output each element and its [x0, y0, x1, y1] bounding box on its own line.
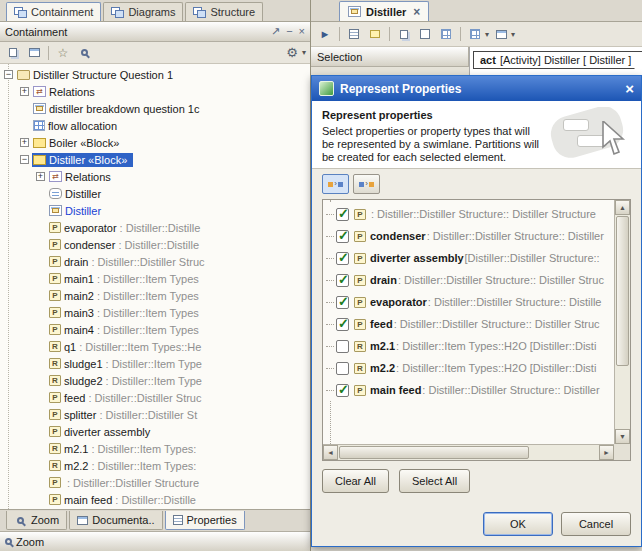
scroll-left-icon[interactable]: ◄	[323, 445, 338, 460]
select-all-button[interactable]: Select All	[399, 469, 470, 493]
tree-expander-icon[interactable]: +	[20, 87, 29, 96]
scroll-down-icon[interactable]: ▼	[615, 429, 630, 444]
tree-item[interactable]: P main1 : Distiller::Item Types	[0, 270, 310, 287]
tree-item[interactable]: P condenser : Distiller::Distille	[0, 236, 310, 253]
dropdown-caret-icon[interactable]: ▾	[511, 30, 515, 39]
property-detail: : Distiller::Item Types::H2O [Distiller:…	[396, 340, 596, 352]
property-row[interactable]: P condenser : Distiller::Distiller Struc…	[323, 225, 614, 247]
dialog-close-icon[interactable]: ×	[625, 80, 634, 97]
property-row[interactable]: R m2.2 : Distiller::Item Types::H2O [Dis…	[323, 357, 614, 379]
tree-item[interactable]: R m2.1 : Distiller::Item Types:	[0, 440, 310, 457]
tab-zoom[interactable]: Zoom	[6, 511, 67, 530]
horizontal-scroll-thumb[interactable]	[339, 446, 529, 459]
tree-node-icon	[49, 188, 62, 199]
tree-item[interactable]: P drain : Distiller::Distiller Struc	[0, 253, 310, 270]
close-tab-icon[interactable]: ×	[413, 5, 420, 19]
dropdown-caret-icon[interactable]: ▾	[485, 30, 489, 39]
tab-diagrams[interactable]: Diagrams	[103, 2, 183, 21]
tree-item[interactable]: P main4 : Distiller::Item Types	[0, 321, 310, 338]
tree-line	[326, 390, 334, 391]
tab-properties[interactable]: Properties	[165, 511, 245, 530]
tab-documentation[interactable]: Documenta..	[69, 511, 162, 530]
tree-node-icon: R	[49, 460, 61, 471]
scroll-up-icon[interactable]: ▲	[615, 200, 630, 215]
horizontal-scrollbar[interactable]: ◄ ►	[323, 444, 614, 460]
tree-item[interactable]: distiller breakdown question 1c	[0, 100, 310, 117]
tree-expander-icon[interactable]: +	[20, 138, 29, 147]
new-element-icon[interactable]	[4, 44, 22, 62]
copy-icon[interactable]	[395, 25, 413, 43]
ok-button[interactable]: OK	[483, 512, 553, 536]
show-property-types-toggle[interactable]: ›	[353, 174, 380, 194]
tree-item[interactable]: P main feed : Distiller::Distille	[0, 491, 310, 508]
tree-item[interactable]: flow allocation	[0, 117, 310, 134]
tree-item[interactable]: R m2.2 : Distiller::Item Types:	[0, 457, 310, 474]
scroll-right-icon[interactable]: ►	[599, 445, 614, 460]
float-icon[interactable]: ↗	[271, 26, 280, 37]
property-checkbox[interactable]	[336, 274, 349, 287]
forward-arrow-icon[interactable]: ►	[316, 25, 334, 43]
containment-tree-icon[interactable]	[345, 25, 363, 43]
paste-icon[interactable]	[416, 25, 434, 43]
search-icon[interactable]	[75, 44, 93, 62]
open-diagram-icon[interactable]	[25, 44, 43, 62]
property-row[interactable]: P drain : Distiller::Distiller Structure…	[323, 269, 614, 291]
tree-item[interactable]: − Distiller Structure Question 1	[0, 66, 310, 83]
tree-expander-icon[interactable]: −	[20, 155, 29, 164]
property-type-icon: R	[354, 341, 366, 352]
property-checkbox[interactable]	[336, 252, 349, 265]
add-note-icon[interactable]	[366, 25, 384, 43]
favorites-icon[interactable]: ☆	[54, 44, 72, 62]
tree-item[interactable]: P main3 : Distiller::Item Types	[0, 304, 310, 321]
image-icon[interactable]	[437, 25, 455, 43]
vertical-scroll-thumb[interactable]	[616, 216, 629, 366]
tree-expander-icon[interactable]: +	[36, 172, 45, 181]
property-checkbox[interactable]	[336, 296, 349, 309]
property-checkbox[interactable]	[336, 208, 349, 221]
property-row[interactable]: P feed : Distiller::Distiller Structure:…	[323, 313, 614, 335]
tree-item[interactable]: P evaporator : Distiller::Distille	[0, 219, 310, 236]
tree-item[interactable]: + Boiler «Block»	[0, 134, 310, 151]
minimize-icon[interactable]: −	[286, 26, 292, 37]
tree-item[interactable]: Distiller	[0, 202, 310, 219]
tree-item[interactable]: − Distiller «Block»	[0, 151, 310, 168]
property-detail: : Distiller::Distiller Structure:: Disti…	[428, 296, 602, 308]
close-icon[interactable]: ×	[299, 26, 305, 37]
tree-item[interactable]: P diverter assembly	[0, 423, 310, 440]
swimlane-icon[interactable]	[466, 25, 484, 43]
tree-item[interactable]: R sludge1 : Distiller::Item Type	[0, 355, 310, 372]
tab-distiller[interactable]: Distiller ×	[339, 1, 429, 21]
property-checkbox[interactable]	[336, 230, 349, 243]
tree-item[interactable]: R q1 : Distiller::Item Types::He	[0, 338, 310, 355]
property-row[interactable]: P main feed : Distiller::Distiller Struc…	[323, 379, 614, 401]
cancel-button[interactable]: Cancel	[561, 512, 631, 536]
settings-gear-icon[interactable]: ⚙	[283, 44, 301, 62]
layout-icon[interactable]	[492, 25, 510, 43]
property-row[interactable]: P : Distiller::Distiller Structure:: Dis…	[323, 203, 614, 225]
property-checkbox[interactable]	[336, 340, 349, 353]
property-checkbox[interactable]	[336, 362, 349, 375]
property-row[interactable]: R m2.1 : Distiller::Item Types::H2O [Dis…	[323, 335, 614, 357]
tab-containment[interactable]: Containment	[6, 2, 101, 21]
dialog-titlebar[interactable]: Represent Properties ×	[312, 76, 641, 101]
tab-structure[interactable]: Structure	[185, 2, 263, 21]
tree-item[interactable]: + Relations	[0, 168, 310, 185]
property-checkbox[interactable]	[336, 318, 349, 331]
property-row[interactable]: P evaporator : Distiller::Distiller Stru…	[323, 291, 614, 313]
tree-item[interactable]: P splitter : Distiller::Distiller St	[0, 406, 310, 423]
property-checkbox[interactable]	[336, 384, 349, 397]
tree-item[interactable]: Distiller	[0, 185, 310, 202]
clear-all-button[interactable]: Clear All	[322, 469, 389, 493]
tree-item[interactable]: P feed : Distiller::Distiller Struc	[0, 389, 310, 406]
diagram-frame-title[interactable]: act [Activity] Distiller [ Distiller ]	[473, 51, 642, 69]
tree-item[interactable]: + Relations	[0, 83, 310, 100]
tree-item[interactable]: P main2 : Distiller::Item Types	[0, 287, 310, 304]
tree-item[interactable]: P : Distiller::Distiller Structure	[0, 474, 310, 491]
show-properties-toggle[interactable]: ›	[322, 174, 349, 194]
tree-item[interactable]: R sludge2 : Distiller::Item Type	[0, 372, 310, 389]
dropdown-caret-icon[interactable]: ▾	[302, 48, 306, 57]
tree-item-detail: : Distiller::Item Types	[97, 324, 199, 336]
tree-expander-icon[interactable]: −	[4, 70, 13, 79]
property-row[interactable]: P diverter assembly [Distiller::Distille…	[323, 247, 614, 269]
vertical-scrollbar[interactable]: ▲ ▼	[614, 200, 630, 444]
